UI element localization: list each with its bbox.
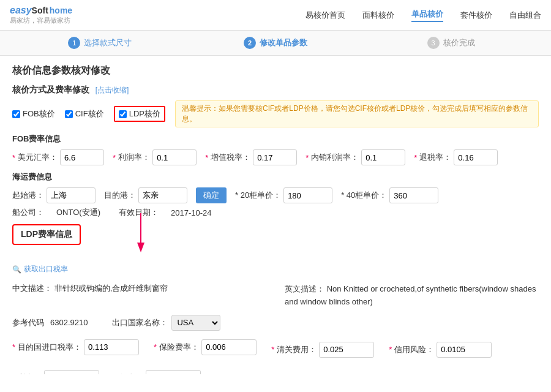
main-nav: 易核价首页 面料核价 单品核价 套件核价 自由组合 [305,9,541,22]
confirm-button[interactable]: 确定 [196,187,227,203]
code-label: 参考代码 [12,317,44,328]
page-title: 核价信息参数核对修改 [12,64,539,77]
origin-field: 起始港： [12,187,96,203]
required-star-2: * [205,153,208,162]
check-ldp-label: LDP核价 [129,108,160,119]
origin-input[interactable] [47,187,96,203]
fob-input-0[interactable] [60,149,104,165]
ldp-input-2[interactable] [319,342,374,358]
section-audit-title: 核价方式及费率修改 [12,85,89,94]
logo-sub: 易家坊，容易做家坊 [10,16,72,25]
warning-box: 温馨提示：如果您需要核CIF或者LDP价格，请您勾选CIF核价或者LDP核价，勾… [175,100,539,127]
ldp-field-0: * 目的国进口税率： [12,337,139,358]
ldp-field-1: * 保险费率： [154,337,257,358]
ldp-label-3: 信用风险： [394,344,434,355]
ldp-label-4: 利息： [18,372,42,374]
country-select[interactable]: USA UK DE [171,315,220,331]
required-star-1: * [113,153,116,162]
required-star-4: * [414,153,417,162]
ldp-section-wrapper: LDP费率信息 [12,224,539,250]
ldp-field-2: * 清关费用： [271,342,374,358]
ldp-label-2: 清关费用： [277,344,317,355]
ldp-section-title: LDP费率信息 [21,229,72,239]
ldp-label-0: 目的国进口税率： [18,342,81,353]
origin-label: 起始港： [12,190,44,201]
check-fob[interactable]: FOB核价 [12,108,55,119]
nav-home[interactable]: 易核价首页 [305,10,345,21]
fob-input-4[interactable] [454,149,498,165]
ldp-input-0[interactable] [84,339,139,355]
ldp-input-4[interactable] [44,370,99,374]
nav-suite[interactable]: 套件核价 [460,10,492,21]
price20-label: * 20柜单价： [235,190,281,201]
step-3[interactable]: 3 核价完成 [363,37,539,49]
check-ldp[interactable]: LDP核价 [114,106,165,122]
price40-input[interactable] [389,187,438,203]
required-star-3: * [305,153,309,162]
price20-input[interactable] [283,187,332,203]
en-desc-label: 英文描述： [285,284,324,293]
cn-desc-value: 非针织或钩编的,合成纤维制窗帘 [54,284,168,293]
cn-desc: 中文描述： 非针织或钩编的,合成纤维制窗帘 [12,283,266,309]
ldp-input-5[interactable] [146,370,201,374]
code-value: 6302.9210 [50,318,88,327]
fob-input-2[interactable] [253,149,297,165]
fob-field-4: * 退税率： [414,149,498,165]
logo-easy: easy [10,5,32,16]
audit-section: 核价方式及费率修改 [点击收缩] FOB核价 CIF核价 LDP核价 温馨提示：… [12,85,539,127]
ldp-field-4: * 利息： [12,370,99,374]
price40-field: * 40柜单价： [341,187,438,203]
company-label: 船公司： [12,207,44,218]
cn-desc-label: 中文描述： [12,284,52,293]
fob-section: FOB费率信息 * 美元汇率： * 利润率： * 增值税率： * 内销利润率： [12,134,539,165]
price40-label: * 40柜单价： [341,190,387,201]
ldp-field-3: * 信用风险： [389,342,492,358]
code-row: 参考代码 6302.9210 出口国家名称： USA UK DE [12,315,539,331]
shipping-title: 海运费信息 [12,172,539,183]
fob-input-1[interactable] [152,149,197,165]
check-cif[interactable]: CIF核价 [65,108,104,119]
logo: easy Soft home 易家坊，容易做家坊 [10,5,72,25]
fob-label-0: 美元汇率： [18,152,58,163]
ldp-section-box: LDP费率信息 [12,224,81,245]
ldp-fields: * 目的国进口税率： * 保险费率： * 清关费用： * 信用风险： * 利息：… [12,337,539,374]
fob-field-3: * 内销利润率： [305,149,405,165]
validity-value: 2017-10-24 [171,208,212,217]
fob-field-0: * 美元汇率： [12,149,104,165]
nav-free[interactable]: 自由组合 [509,10,541,21]
ldp-field-5: * 佣金： [114,370,201,374]
fob-field-1: * 利润率： [113,149,197,165]
nav-fabric[interactable]: 面料核价 [362,10,394,21]
ldp-label-1: 保险费率： [159,342,199,353]
steps-bar: 1 选择款式尺寸 2 修改单品参数 3 核价完成 [0,31,551,56]
collapse-link[interactable]: [点击收缩] [96,86,129,94]
logo-soft: Soft [32,6,48,15]
ldp-input-3[interactable] [437,342,492,358]
fetch-rate-link[interactable]: 🔍 获取出口税率 [12,264,68,274]
en-desc: 英文描述： Non Knitted or crocheted,of synthe… [285,283,539,309]
country-label: 出口国家名称： [112,317,168,328]
dest-field: 目的港： [104,187,187,203]
ldp-label-5: 佣金： [119,372,143,374]
fob-label-3: 内销利润率： [311,152,359,163]
fob-input-3[interactable] [361,149,405,165]
search-icon: 🔍 [12,265,21,274]
shipping-section: 海运费信息 起始港： 目的港： 确定 * 20柜单价： * 40柜单价： 船公司… [12,172,539,218]
fob-title: FOB费率信息 [12,134,539,145]
fob-label-2: 增值税率： [211,152,250,163]
price20-field: * 20柜单价： [235,187,332,203]
step-1[interactable]: 1 选择款式尺寸 [12,37,188,49]
dest-label: 目的港： [104,190,136,201]
ldp-input-1[interactable] [201,339,257,355]
check-fob-label: FOB核价 [23,108,55,119]
nav-single[interactable]: 单品核价 [411,9,443,22]
company-value: ONTO(安通) [56,207,100,218]
check-cif-label: CIF核价 [75,108,104,119]
logo-home: home [50,6,72,15]
validity-label: 有效日期： [119,207,159,218]
fob-label-4: 退税率： [419,152,451,163]
step-2[interactable]: 2 修改单品参数 [188,37,364,49]
required-star: * [12,153,15,162]
header: easy Soft home 易家坊，容易做家坊 易核价首页 面料核价 单品核价… [0,0,551,31]
dest-input[interactable] [138,187,187,203]
